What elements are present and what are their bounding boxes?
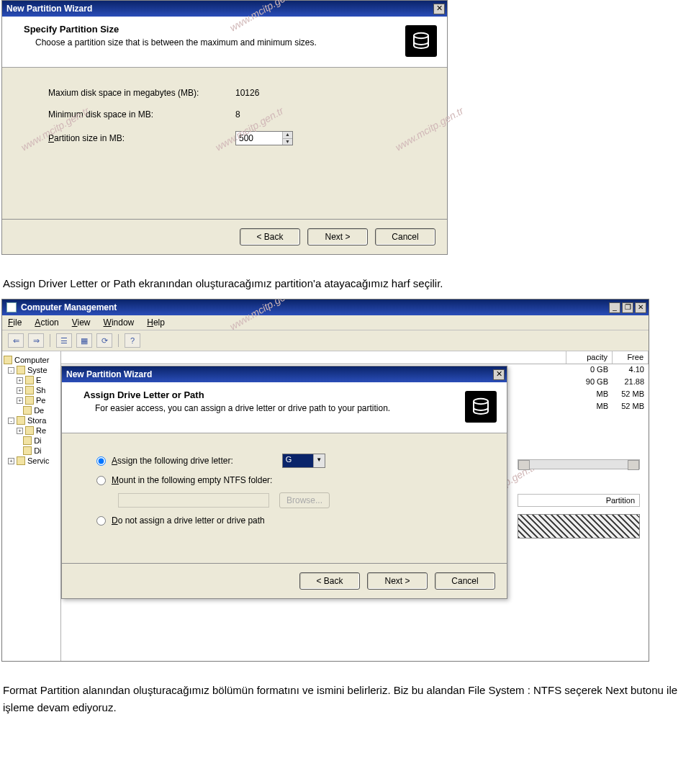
tree-panel: Computer -Syste +E +Sh +Pe De -Stora +Re… bbox=[2, 351, 61, 661]
dialog-titlebar: New Partition Wizard ✕ bbox=[62, 366, 507, 382]
tree-item[interactable]: +Sh bbox=[17, 386, 59, 395]
tree-item[interactable]: -Stora bbox=[8, 416, 59, 425]
radio-input[interactable] bbox=[96, 476, 106, 485]
min-disk-value: 8 bbox=[235, 109, 240, 120]
col-capacity[interactable]: pacity bbox=[566, 351, 613, 364]
app-icon bbox=[6, 302, 17, 312]
toolbar: ⇐ ⇒ ☰ ▦ ⟳ ? bbox=[2, 330, 649, 351]
close-icon[interactable]: ✕ bbox=[433, 4, 445, 14]
partition-size-stepper[interactable]: ▲▼ bbox=[235, 131, 293, 145]
max-disk-value: 10126 bbox=[235, 88, 259, 98]
wizard-assign-drive-letter: New Partition Wizard ✕ Assign Drive Lett… bbox=[61, 366, 507, 599]
refresh-icon[interactable]: ⟳ bbox=[96, 333, 112, 348]
back-button[interactable]: < Back bbox=[240, 228, 300, 245]
menu-action[interactable]: Action bbox=[35, 317, 58, 328]
maximize-icon[interactable]: ❐ bbox=[622, 302, 633, 313]
next-button[interactable]: Next > bbox=[307, 228, 368, 245]
min-disk-label: Minimum disk space in MB: bbox=[48, 109, 235, 120]
disk-fragments: Partition bbox=[518, 459, 640, 539]
menu-help[interactable]: Help bbox=[147, 317, 165, 328]
wizard-specify-size: www.mcitp.gen.tr www.mcitp.gen.tr www.mc… bbox=[1, 0, 448, 255]
caption-text-2: Format Partition alanından oluşturacağım… bbox=[3, 682, 688, 716]
dialog-titlebar: New Partition Wizard ✕ bbox=[2, 1, 447, 17]
cm-title-text: Computer Management bbox=[21, 302, 117, 312]
menu-view[interactable]: View bbox=[72, 317, 91, 328]
close-icon[interactable]: ✕ bbox=[635, 302, 646, 313]
next-button[interactable]: Next > bbox=[367, 572, 428, 590]
back-button[interactable]: < Back bbox=[299, 572, 360, 590]
max-disk-label: Maxium disk space in megabytes (MB): bbox=[48, 88, 235, 98]
tree-item[interactable]: -Syste bbox=[8, 366, 59, 374]
disk-icon bbox=[465, 391, 497, 423]
nav-fwd-icon[interactable]: ⇒ bbox=[28, 333, 44, 348]
radio-input[interactable] bbox=[96, 456, 106, 466]
cm-titlebar: Computer Management _ ❐ ✕ bbox=[2, 299, 649, 315]
wizard-body: Maxium disk space in megabytes (MB): 101… bbox=[2, 68, 447, 219]
wizard-header-subtitle: Choose a partition size that is between … bbox=[35, 37, 405, 48]
radio-label: Do not assign a drive letter or drive pa… bbox=[112, 515, 265, 526]
mount-path-input bbox=[118, 493, 269, 508]
radio-label: Mount in the following empty NTFS folder… bbox=[112, 475, 272, 485]
wizard-header-title: Assign Drive Letter or Path bbox=[83, 389, 465, 400]
computer-management-window: www.mcitp.gen.tr www.mcitp.gen.tr www.mc… bbox=[1, 299, 649, 662]
dialog-title: New Partition Wizard bbox=[6, 4, 92, 14]
radio-input[interactable] bbox=[96, 516, 106, 526]
cancel-button[interactable]: Cancel bbox=[375, 228, 435, 245]
wizard-header-title: Specify Partition Size bbox=[24, 24, 405, 35]
nav-back-icon[interactable]: ⇐ bbox=[8, 333, 24, 348]
radio-mount-folder[interactable]: Mount in the following empty NTFS folder… bbox=[96, 475, 492, 485]
menubar: File Action View Window Help bbox=[2, 315, 649, 330]
dialog-title: New Partition Wizard bbox=[66, 369, 152, 379]
drive-letter-value: G bbox=[283, 454, 313, 467]
spinner-arrows[interactable]: ▲▼ bbox=[282, 132, 292, 145]
close-icon[interactable]: ✕ bbox=[493, 369, 505, 380]
list-header: pacity Free bbox=[61, 351, 649, 364]
right-pane: pacity Free 0 GB4.10 90 GB21.88 MB52 MB … bbox=[61, 351, 649, 661]
horizontal-scrollbar[interactable] bbox=[518, 459, 640, 469]
wizard-header-subtitle: For easier access, you can assign a driv… bbox=[95, 403, 465, 413]
toolbar-icon[interactable]: ▦ bbox=[76, 333, 92, 348]
wizard-header: Assign Drive Letter or Path For easier a… bbox=[62, 382, 507, 433]
col-free[interactable]: Free bbox=[613, 351, 649, 364]
browse-button: Browse... bbox=[279, 492, 330, 508]
minimize-icon[interactable]: _ bbox=[609, 302, 620, 313]
svg-point-0 bbox=[414, 33, 428, 39]
disk-block bbox=[518, 514, 640, 539]
partition-size-input[interactable] bbox=[236, 132, 282, 145]
caption-text-1: Assign Driver Letter or Path ekranından … bbox=[3, 275, 688, 292]
partition-label: Partition bbox=[518, 494, 640, 507]
drive-letter-select[interactable]: G ▼ bbox=[282, 454, 325, 468]
wizard-buttons: < Back Next > Cancel bbox=[2, 219, 447, 254]
tree-item[interactable]: Di bbox=[17, 436, 59, 445]
menu-window[interactable]: Window bbox=[104, 317, 135, 328]
tree-item[interactable]: +Servic bbox=[8, 456, 59, 465]
cancel-button[interactable]: Cancel bbox=[435, 572, 495, 590]
wizard-body: Assign the following drive letter: G ▼ M… bbox=[62, 433, 507, 563]
tree-item[interactable]: +Re bbox=[17, 426, 59, 435]
tree-item[interactable]: +Pe bbox=[17, 396, 59, 405]
partition-size-label: Partition size in MB: bbox=[48, 133, 235, 143]
radio-label: Assign the following drive letter: bbox=[112, 456, 233, 466]
tree-root[interactable]: Computer bbox=[4, 356, 59, 364]
toolbar-icon[interactable]: ☰ bbox=[56, 333, 72, 348]
tree-item[interactable]: +E bbox=[17, 376, 59, 384]
help-icon[interactable]: ? bbox=[125, 333, 140, 348]
disk-icon bbox=[405, 25, 437, 57]
chevron-down-icon[interactable]: ▼ bbox=[313, 454, 325, 467]
menu-file[interactable]: File bbox=[8, 317, 22, 328]
radio-no-letter[interactable]: Do not assign a drive letter or drive pa… bbox=[96, 515, 492, 526]
radio-assign-letter[interactable]: Assign the following drive letter: G ▼ bbox=[96, 454, 492, 468]
wizard-header: Specify Partition Size Choose a partitio… bbox=[2, 17, 447, 68]
wizard-buttons: < Back Next > Cancel bbox=[62, 563, 507, 598]
tree-item[interactable]: Di bbox=[17, 446, 59, 455]
tree-item[interactable]: De bbox=[17, 406, 59, 415]
svg-point-1 bbox=[474, 399, 488, 405]
